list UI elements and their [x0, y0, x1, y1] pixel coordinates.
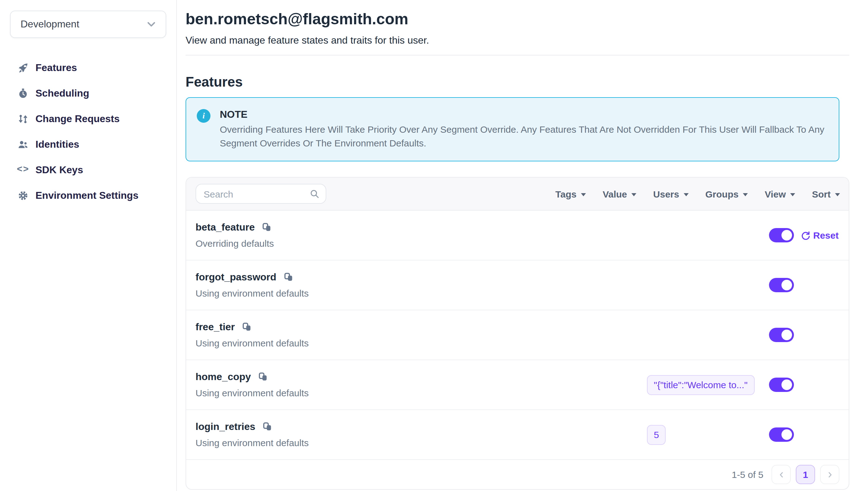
filter-value[interactable]: Value [603, 189, 637, 199]
caret-down-icon [581, 193, 586, 196]
note-banner: i NOTE Overriding Features Here Will Tak… [186, 97, 839, 162]
page-title: ben.rometsch@flagsmith.com [186, 9, 868, 28]
stopwatch-icon [17, 87, 29, 99]
sidebar-item-label: SDK Keys [35, 164, 83, 175]
rocket-icon [17, 61, 29, 74]
caret-down-icon [743, 193, 748, 196]
feature-name: beta_feature [195, 222, 255, 233]
copy-icon[interactable] [242, 322, 252, 332]
caret-down-icon [790, 193, 795, 196]
feature-info: login_retries Using environment defaults [195, 421, 309, 448]
environment-selector-value: Development [21, 19, 80, 30]
feature-toggle-on[interactable] [769, 378, 794, 392]
sidebar-nav: Features Scheduling Change Requests [10, 55, 166, 208]
copy-icon[interactable] [284, 272, 293, 282]
feature-row-free_tier[interactable]: free_tier Using environment defaults [186, 310, 849, 360]
feature-value-column: "{"title":"Welcome to..." [647, 375, 769, 395]
sidebar-item-label: Change Requests [35, 113, 120, 124]
environment-selector[interactable]: Development [10, 10, 166, 38]
feature-row-forgot_password[interactable]: forgot_password Using environment defaul… [186, 260, 849, 310]
filter-view[interactable]: View [765, 189, 795, 199]
sidebar-item-sdk-keys[interactable]: <> SDK Keys [10, 157, 166, 182]
feature-info: free_tier Using environment defaults [195, 321, 309, 348]
reset-button[interactable]: Reset [800, 230, 839, 240]
chevron-down-icon [145, 18, 158, 31]
features-panel: Tags Value Users Groups View Sort beta_f… [186, 177, 849, 490]
filter-bar: Tags Value Users Groups View Sort [555, 189, 840, 199]
feature-controls [647, 278, 840, 292]
sidebar-item-features[interactable]: Features [10, 55, 166, 80]
feature-name: home_copy [195, 371, 251, 382]
gear-icon [17, 189, 29, 202]
sidebar-item-identities[interactable]: Identities [10, 132, 166, 157]
pagination-prev-button[interactable] [772, 465, 791, 484]
identities-icon [17, 138, 29, 150]
environment-sidebar: Development Features Scheduling [0, 0, 177, 491]
feature-info: home_copy Using environment defaults [195, 371, 309, 398]
feature-controls: Reset [647, 228, 840, 242]
copy-icon[interactable] [258, 372, 268, 382]
note-content: NOTE Overriding Features Here Will Take … [220, 107, 828, 150]
feature-status: Using environment defaults [195, 437, 309, 448]
sidebar-item-label: Environment Settings [35, 190, 138, 201]
sidebar-item-label: Features [35, 62, 77, 73]
info-icon: i [197, 109, 211, 123]
code-icon: <> [17, 164, 29, 176]
pagination-next-button[interactable] [820, 465, 839, 484]
caret-down-icon [631, 193, 637, 196]
feature-row-login_retries[interactable]: login_retries Using environment defaults… [186, 410, 849, 460]
filter-tags[interactable]: Tags [555, 189, 586, 199]
feature-controls [647, 328, 840, 342]
pagination-page-1-button[interactable]: 1 [796, 465, 815, 484]
feature-value-badge[interactable]: 5 [647, 425, 666, 444]
feature-info: forgot_password Using environment defaul… [195, 272, 309, 298]
note-title: NOTE [220, 107, 828, 121]
caret-down-icon [835, 193, 840, 196]
page-subtitle: View and manage feature states and trait… [186, 34, 868, 47]
header-divider [186, 55, 849, 55]
feature-name: forgot_password [195, 272, 276, 283]
feature-toggle-on[interactable] [769, 228, 794, 242]
sidebar-item-label: Identities [35, 139, 79, 150]
filter-users[interactable]: Users [653, 189, 688, 199]
feature-status: Using environment defaults [195, 288, 309, 298]
search-icon [309, 189, 319, 199]
chevron-right-icon [825, 470, 834, 479]
feature-info: beta_feature Overriding defaults [195, 222, 274, 249]
feature-value-badge[interactable]: "{"title":"Welcome to..." [647, 375, 754, 395]
feature-name: free_tier [195, 321, 235, 333]
sidebar-item-scheduling[interactable]: Scheduling [10, 80, 166, 106]
features-heading: Features [186, 73, 868, 92]
refresh-icon [800, 230, 810, 240]
feature-status: Using environment defaults [195, 338, 309, 348]
feature-name: login_retries [195, 421, 255, 432]
search-input[interactable] [204, 189, 309, 199]
feature-value-column: 5 [647, 425, 769, 444]
feature-toggle-on[interactable] [769, 428, 794, 442]
feature-status: Using environment defaults [195, 387, 309, 398]
feature-status: Overriding defaults [195, 238, 274, 249]
feature-toggle-on[interactable] [769, 328, 794, 342]
pagination: 1-5 of 5 1 [186, 460, 849, 489]
feature-row-home_copy[interactable]: home_copy Using environment defaults "{"… [186, 360, 849, 410]
app-window: Development Features Scheduling [0, 0, 868, 491]
filter-groups[interactable]: Groups [705, 189, 748, 199]
feature-controls: "{"title":"Welcome to..." [647, 375, 840, 395]
caret-down-icon [683, 193, 688, 196]
sidebar-item-label: Scheduling [35, 88, 89, 99]
feature-toggle-on[interactable] [769, 278, 794, 292]
feature-controls: 5 [647, 425, 840, 444]
copy-icon[interactable] [262, 223, 272, 232]
note-body: Overriding Features Here Will Take Prior… [220, 123, 828, 150]
sidebar-item-environment-settings[interactable]: Environment Settings [10, 182, 166, 208]
feature-row-beta_feature[interactable]: beta_feature Overriding defaults [186, 211, 849, 260]
features-toolbar: Tags Value Users Groups View Sort [186, 178, 849, 211]
main-content: ben.rometsch@flagsmith.com View and mana… [177, 0, 868, 491]
pagination-range-label: 1-5 of 5 [732, 469, 764, 480]
search-box [195, 184, 326, 204]
chevron-left-icon [777, 470, 785, 479]
change-requests-icon [17, 113, 29, 125]
filter-sort[interactable]: Sort [812, 189, 840, 199]
copy-icon[interactable] [263, 422, 272, 432]
sidebar-item-change-requests[interactable]: Change Requests [10, 106, 166, 132]
